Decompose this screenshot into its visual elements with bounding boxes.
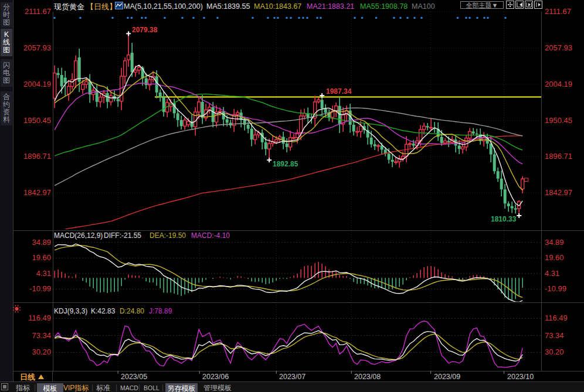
- svg-text:1987.34: 1987.34: [326, 87, 352, 96]
- svg-text:73.34: 73.34: [32, 331, 51, 340]
- svg-text:2057.93: 2057.93: [545, 43, 572, 52]
- svg-text:2023/06: 2023/06: [202, 373, 229, 381]
- svg-text:D:24.80: D:24.80: [120, 307, 144, 315]
- svg-text:2004.19: 2004.19: [23, 80, 51, 88]
- svg-text:-10.99: -10.99: [545, 284, 566, 293]
- svg-text:2023/05: 2023/05: [121, 373, 147, 381]
- svg-text:19.60: 19.60: [32, 253, 51, 262]
- svg-text:日线: 日线: [20, 373, 35, 381]
- svg-text:19.60: 19.60: [545, 253, 564, 262]
- svg-text:30.20: 30.20: [545, 347, 564, 356]
- svg-text:73.34: 73.34: [545, 331, 564, 340]
- svg-text:2079.38: 2079.38: [132, 26, 158, 34]
- svg-text:DEA:-19.50: DEA:-19.50: [150, 231, 186, 240]
- svg-text:2023/08: 2023/08: [354, 373, 381, 381]
- svg-text:2023/10: 2023/10: [507, 373, 534, 381]
- svg-text:1842.97: 1842.97: [545, 188, 572, 197]
- svg-text:1950.45: 1950.45: [545, 116, 572, 125]
- svg-text:1896.71: 1896.71: [545, 152, 572, 161]
- svg-text:2004.19: 2004.19: [545, 80, 572, 88]
- svg-text:2023/09: 2023/09: [434, 373, 460, 381]
- svg-text:1950.45: 1950.45: [23, 116, 51, 125]
- svg-text:1842.97: 1842.97: [23, 188, 51, 197]
- svg-text:KDJ(9,3,3): KDJ(9,3,3): [54, 307, 87, 315]
- svg-text:34.89: 34.89: [32, 238, 51, 247]
- svg-text:116.49: 116.49: [28, 313, 51, 322]
- svg-text:1896.71: 1896.71: [23, 152, 51, 161]
- svg-text:4.31: 4.31: [36, 269, 51, 278]
- svg-text:MACD(26,12,9): MACD(26,12,9): [54, 231, 103, 240]
- svg-text:-10.99: -10.99: [29, 284, 51, 293]
- svg-text:116.49: 116.49: [545, 313, 568, 322]
- svg-text:1810.33: 1810.33: [491, 215, 517, 223]
- svg-text:34.89: 34.89: [545, 238, 564, 247]
- svg-text:2023/07: 2023/07: [279, 373, 305, 381]
- svg-text:2057.93: 2057.93: [23, 43, 51, 52]
- svg-text:MACD:-4.10: MACD:-4.10: [191, 231, 230, 240]
- svg-text:30.20: 30.20: [32, 347, 51, 356]
- svg-text:DIFF:-21.55: DIFF:-21.55: [104, 231, 141, 240]
- svg-text:1892.85: 1892.85: [273, 160, 298, 168]
- svg-text:J:78.89: J:78.89: [149, 307, 172, 315]
- svg-text:K:42.83: K:42.83: [91, 307, 116, 315]
- svg-text:4.31: 4.31: [545, 269, 559, 278]
